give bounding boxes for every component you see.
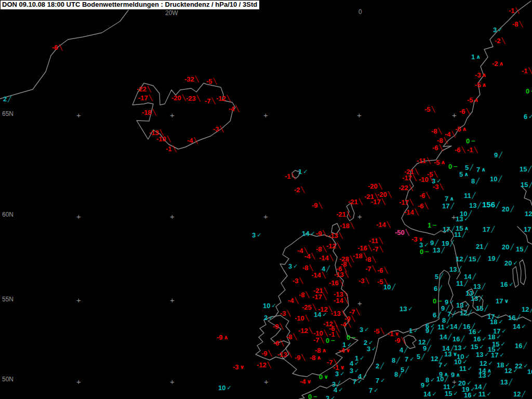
tendency-symbol: ╲ xyxy=(173,146,177,152)
pressure-tendency-value: -5 xyxy=(475,81,481,89)
station-report: 13╱ xyxy=(500,379,512,386)
tendency-symbol: ∧ xyxy=(462,126,467,132)
pressure-tendency-value: -14 xyxy=(334,297,343,304)
station-report: 16✓ xyxy=(464,392,477,399)
tendency-symbol: ∧ xyxy=(482,82,487,88)
weather-map-screen: DON 09.10.08 18:00 UTC Bodenwettermeldun… xyxy=(0,0,532,399)
station-report: 12╱ xyxy=(525,211,532,218)
station-report: 17╱ xyxy=(524,227,532,233)
grid-cross: + xyxy=(452,113,457,118)
pressure-tendency-value: -18 xyxy=(142,109,152,116)
station-report: 15✓ xyxy=(445,391,458,397)
station-report: 17╱ xyxy=(443,227,455,233)
pressure-tendency-value: 1 xyxy=(428,221,431,229)
pressure-tendency-value: 3 xyxy=(367,345,370,353)
pressure-tendency-value: -14 xyxy=(319,254,329,262)
pressure-tendency-value: 4 xyxy=(350,360,353,367)
pressure-tendency-value: -8 xyxy=(316,245,322,253)
grid-cross: + xyxy=(170,214,175,219)
tendency-symbol: ╱ xyxy=(396,357,400,364)
station-report: -8∧ xyxy=(310,355,322,362)
pressure-tendency-value: 6 xyxy=(433,311,436,319)
grid-label: 55N xyxy=(2,296,14,303)
tendency-symbol: ╱ xyxy=(523,343,527,349)
grid-cross: + xyxy=(357,214,362,219)
tendency-symbol: ╱ xyxy=(498,176,502,182)
tendency-symbol: ╱ xyxy=(529,182,532,188)
pressure-tendency-value: -16 xyxy=(329,279,339,287)
tendency-symbol: ╲ xyxy=(220,126,224,132)
station-report: -8╲ xyxy=(316,246,326,253)
pressure-tendency-value: 14 xyxy=(440,333,447,341)
tendency-symbol: ╲ xyxy=(340,280,343,286)
tendency-symbol: ╱ xyxy=(516,315,520,321)
station-report: -14╲ xyxy=(334,298,348,304)
tendency-symbol: ✓ xyxy=(468,366,472,372)
pressure-tendency-value: 6 xyxy=(524,113,527,121)
tendency-symbol: ╲ xyxy=(194,138,198,144)
pressure-tendency-value: 15 xyxy=(471,343,478,351)
tendency-symbol: ╲ xyxy=(236,106,240,112)
station-report: 9╱ xyxy=(425,328,434,335)
tendency-symbol: ╲ xyxy=(269,351,272,357)
tendency-symbol: ✓ xyxy=(496,334,501,340)
tendency-symbol: ✓ xyxy=(269,315,273,321)
pressure-tendency-value: 15 xyxy=(521,181,528,189)
tendency-symbol: ✓ xyxy=(501,328,506,335)
pressure-tendency-value: 7 xyxy=(476,166,480,174)
station-report: -14╲ xyxy=(376,222,390,229)
station-report: -11╲ xyxy=(417,158,431,165)
station-report: 10✓ xyxy=(218,385,232,392)
tendency-symbol: ∨ xyxy=(340,365,345,371)
pressure-tendency-value: 15 xyxy=(516,245,523,253)
station-report: -3╲ xyxy=(280,311,290,317)
pressure-tendency-value: 9 xyxy=(494,151,498,159)
pressure-tendency-value: 20 xyxy=(502,243,509,251)
tendency-symbol: ∨ xyxy=(240,364,245,370)
station-report: 11✓ xyxy=(459,366,472,373)
grid-label: 20W xyxy=(165,9,178,17)
tendency-symbol: ✓ xyxy=(322,312,327,318)
station-report: -12╲ xyxy=(216,96,230,102)
tendency-symbol: − xyxy=(330,338,335,344)
grid-label: 60N xyxy=(2,211,14,218)
pressure-tendency-value: -17 xyxy=(312,293,322,301)
pressure-tendency-value: -18 xyxy=(340,222,350,230)
tendency-symbol: ╲ xyxy=(300,278,303,284)
tendency-symbol: ✓ xyxy=(257,232,261,238)
pressure-tendency-value: -4 xyxy=(288,297,294,304)
coastline-baltic-ne xyxy=(521,186,532,205)
station-report: 16✓ xyxy=(500,282,514,288)
tendency-symbol: ╲ xyxy=(313,304,316,311)
pressure-tendency-value: -50 xyxy=(395,229,405,236)
tendency-symbol: ╱ xyxy=(448,334,451,340)
tendency-symbol: ╲ xyxy=(364,253,367,259)
pressure-tendency-value: 14 xyxy=(513,323,520,330)
tendency-symbol: ╱ xyxy=(499,152,502,158)
station-report: -6╲ xyxy=(455,147,465,154)
station-report: 9╱ xyxy=(423,345,431,352)
station-report: -10╲ xyxy=(419,177,433,183)
tendency-symbol: ╲ xyxy=(312,254,315,260)
pressure-tendency-value: 18 xyxy=(490,318,497,326)
pressure-tendency-value: 0 xyxy=(526,87,529,95)
tendency-symbol: ✓ xyxy=(449,299,454,305)
tendency-symbol: ╲ xyxy=(305,315,309,322)
grid-cross: + xyxy=(76,298,81,303)
pressure-tendency-value: -4 xyxy=(187,137,193,144)
pressure-tendency-value: 4 xyxy=(400,346,403,354)
pressure-tendency-value: 17 xyxy=(443,225,450,233)
pressure-tendency-value: -9 xyxy=(261,350,268,357)
tendency-symbol: ✓ xyxy=(414,328,418,334)
tendency-symbol: ╲ xyxy=(440,184,444,190)
tendency-symbol: ╱ xyxy=(530,307,532,313)
grid-cross: + xyxy=(170,379,175,384)
tendency-symbol: ╲ xyxy=(382,199,385,205)
station-report: -5∧ xyxy=(467,97,479,104)
station-report: -4╲ xyxy=(229,106,239,113)
station-report: -6╲ xyxy=(432,145,443,152)
station-report: -6╲ xyxy=(273,340,284,347)
station-report: 10╱ xyxy=(490,176,502,183)
pressure-tendency-value: -14 xyxy=(311,271,321,279)
pressure-tendency-value: -8 xyxy=(431,127,437,135)
